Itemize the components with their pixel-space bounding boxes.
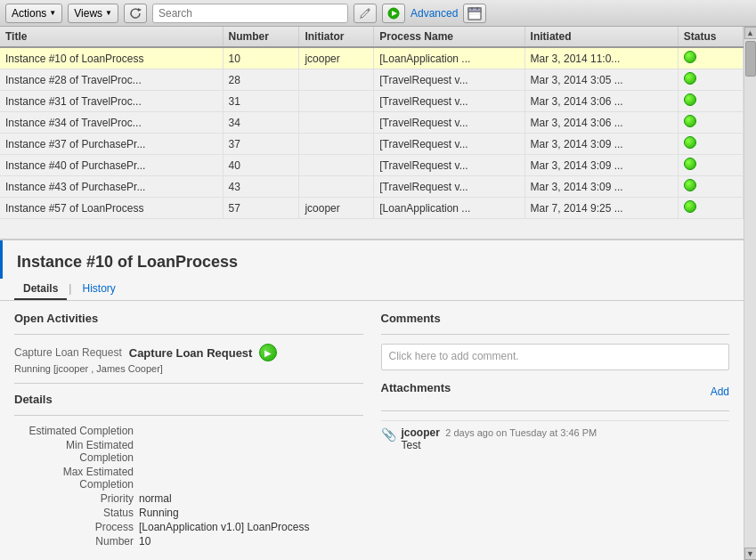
actions-dropdown-arrow: ▼ — [49, 9, 56, 17]
details-section: Details Estimated CompletionMin Estimate… — [14, 393, 363, 548]
table-cell: Mar 3, 2014 11:0... — [524, 47, 678, 69]
scroll-thumb[interactable] — [745, 41, 756, 77]
comments-input[interactable]: Click here to add comment. — [381, 344, 730, 370]
pencil-button[interactable] — [354, 4, 377, 23]
status-cell — [678, 69, 743, 91]
attachment-name: Test — [402, 439, 421, 451]
actions-button[interactable]: Actions ▼ — [5, 4, 62, 23]
table-row[interactable]: Instance #31 of TravelProc...31[TravelRe… — [0, 91, 744, 112]
detail-field-value: normal — [139, 492, 363, 505]
table-cell: jcooper — [299, 47, 374, 69]
activity-label: Capture Loan Request — [14, 346, 122, 359]
table-cell: Instance #57 of LoanProcess — [0, 198, 223, 219]
table-body: Instance #10 of LoanProcess10jcooper[Loa… — [0, 47, 744, 219]
table-cell: Mar 3, 2014 3:09 ... — [524, 155, 678, 176]
refresh-button[interactable] — [124, 4, 147, 23]
svg-rect-5 — [471, 7, 473, 10]
play-button[interactable] — [382, 4, 405, 23]
detail-field-label: Number — [14, 535, 139, 548]
table-row[interactable]: Instance #43 of PurchasePr...43[TravelRe… — [0, 176, 744, 198]
calendar-icon — [467, 6, 482, 20]
detail-field-label: Status — [14, 507, 139, 519]
table-cell: 57 — [223, 198, 299, 219]
open-activities-title: Open Activities — [14, 312, 363, 325]
advanced-link[interactable]: Advanced — [411, 7, 458, 20]
search-input[interactable] — [159, 7, 342, 20]
detail-tabs: Details | History — [0, 279, 744, 301]
content-area: Title Number Initiator Process Name Init… — [0, 27, 744, 560]
table-cell: 31 — [223, 91, 299, 112]
comments-title: Comments — [381, 312, 730, 325]
table-cell: [LoanApplication ... — [374, 47, 524, 69]
tab-details[interactable]: Details — [14, 279, 67, 300]
col-initiated: Initiated — [524, 27, 678, 47]
table-row[interactable]: Instance #40 of PurchasePr...40[TravelRe… — [0, 155, 744, 176]
detail-field-value — [139, 439, 363, 464]
scroll-up-arrow[interactable]: ▲ — [744, 27, 757, 39]
col-process: Process Name — [374, 27, 524, 47]
table-row[interactable]: Instance #34 of TravelProc...34[TravelRe… — [0, 112, 744, 134]
detail-field-value: [LoanApplication v1.0] LoanProcess — [139, 521, 363, 533]
table-row[interactable]: Instance #57 of LoanProcess57jcooper[Loa… — [0, 198, 744, 219]
calendar-button[interactable] — [463, 4, 486, 23]
add-attachment-link[interactable]: Add — [711, 386, 729, 398]
table-cell: Instance #10 of LoanProcess — [0, 47, 223, 69]
detail-section: Instance #10 of LoanProcess Details | Hi… — [0, 240, 744, 560]
table-row[interactable]: Instance #28 of TravelProc...28[TravelRe… — [0, 69, 744, 91]
table-cell: 43 — [223, 176, 299, 198]
table-cell: Instance #34 of TravelProc... — [0, 112, 223, 134]
right-scrollbar[interactable]: ▲ ▼ — [744, 27, 756, 560]
table-cell — [299, 112, 374, 134]
detail-left: Open Activities Capture Loan Request Cap… — [14, 312, 363, 548]
status-dot — [684, 200, 696, 213]
details-inner-divider — [14, 415, 363, 416]
table-cell: Instance #43 of PurchasePr... — [0, 176, 223, 198]
table-cell: [LoanApplication ... — [374, 198, 524, 219]
views-label: Views — [74, 7, 102, 20]
details-section-title: Details — [14, 393, 363, 406]
svg-marker-0 — [138, 8, 142, 12]
table-row[interactable]: Instance #37 of PurchasePr...37[TravelRe… — [0, 134, 744, 155]
views-dropdown-arrow: ▼ — [105, 9, 112, 17]
status-dot — [684, 93, 696, 106]
table-cell — [299, 155, 374, 176]
table-cell: 10 — [223, 47, 299, 69]
activity-play-button[interactable]: ▶ — [259, 344, 277, 361]
table-cell: Mar 3, 2014 3:09 ... — [524, 134, 678, 155]
col-initiator: Initiator — [299, 27, 374, 47]
table-cell: Instance #40 of PurchasePr... — [0, 155, 223, 176]
table-header-row: Title Number Initiator Process Name Init… — [0, 27, 744, 47]
status-dot — [684, 115, 696, 127]
search-box[interactable] — [152, 4, 348, 23]
status-dot — [684, 179, 696, 191]
table-cell: [TravelRequest v... — [374, 176, 524, 198]
table-cell — [299, 176, 374, 198]
table-row[interactable]: Instance #10 of LoanProcess10jcooper[Loa… — [0, 47, 744, 69]
pencil-icon — [359, 7, 371, 20]
activities-divider — [14, 334, 363, 335]
detail-header: Instance #10 of LoanProcess — [0, 240, 744, 279]
detail-field-label: Max Estimated Completion — [14, 466, 139, 491]
instances-table: Title Number Initiator Process Name Init… — [0, 27, 744, 219]
table-cell: Mar 3, 2014 3:06 ... — [524, 91, 678, 112]
table-scroll-wrapper[interactable]: Title Number Initiator Process Name Init… — [0, 27, 744, 239]
activity-running: Running [jcooper , James Cooper] — [14, 363, 363, 374]
table-cell: Instance #28 of TravelProc... — [0, 69, 223, 91]
table-cell — [299, 69, 374, 91]
tab-history[interactable]: History — [73, 279, 124, 300]
svg-rect-6 — [476, 7, 478, 10]
detail-field-label: Estimated Completion — [14, 425, 139, 437]
detail-field-label: Min Estimated Completion — [14, 439, 139, 464]
details-divider — [14, 383, 363, 384]
table-cell: jcooper — [299, 198, 374, 219]
tab-separator: | — [67, 279, 73, 300]
table-cell — [299, 134, 374, 155]
attachments-divider — [381, 410, 730, 411]
status-cell — [678, 91, 743, 112]
scroll-down-arrow[interactable]: ▼ — [744, 548, 757, 560]
views-button[interactable]: Views ▼ — [68, 4, 118, 23]
table-cell: Mar 3, 2014 3:05 ... — [524, 69, 678, 91]
col-title: Title — [0, 27, 223, 47]
table-cell: 40 — [223, 155, 299, 176]
detail-field-value — [139, 466, 363, 491]
